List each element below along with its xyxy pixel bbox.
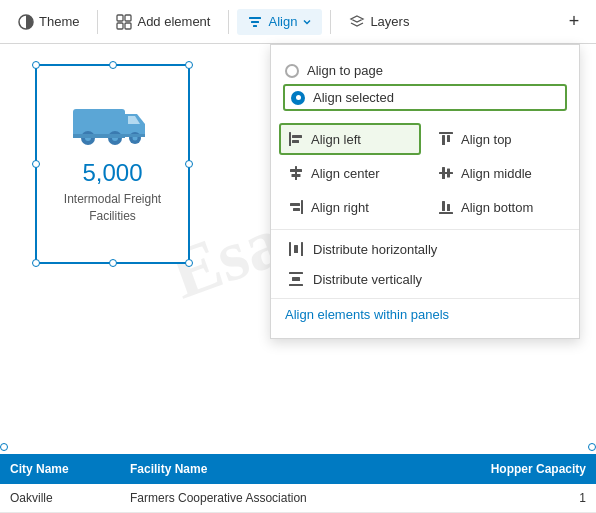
widget-card[interactable]: 5,000 Intermodal Freight Facilities — [35, 64, 190, 264]
layers-label: Layers — [370, 14, 409, 29]
svg-rect-29 — [289, 272, 303, 274]
table-header-row: City Name Facility Name Hopper Capacity — [0, 454, 596, 484]
align-within-panels-section: Align elements within panels — [271, 298, 579, 330]
svg-rect-6 — [251, 21, 259, 23]
align-mode-section: Align to page Align selected — [271, 53, 579, 117]
layers-button[interactable]: Layers — [339, 9, 419, 35]
svg-rect-27 — [301, 242, 303, 256]
align-left-icon — [287, 130, 305, 148]
add-element-button[interactable]: Add element — [106, 9, 220, 35]
distribute-horizontally-option[interactable]: Distribute horizontally — [285, 236, 565, 262]
table-cell: Farmers Cooperative Association — [120, 484, 420, 513]
svg-rect-24 — [442, 201, 445, 211]
distribute-vertically-label: Distribute vertically — [313, 272, 422, 287]
distribute-section: Distribute horizontally Distribute verti… — [271, 229, 579, 298]
svg-rect-4 — [125, 23, 131, 29]
svg-rect-23 — [439, 212, 453, 214]
align-bottom-icon — [437, 198, 455, 216]
svg-rect-17 — [439, 172, 453, 174]
handle-bottom-right[interactable] — [185, 259, 193, 267]
svg-rect-5 — [249, 17, 261, 19]
align-bottom-label: Align bottom — [461, 200, 533, 215]
table-cell: Oakville — [0, 484, 120, 513]
svg-rect-19 — [447, 169, 450, 178]
svg-rect-18 — [442, 167, 445, 179]
align-top-option[interactable]: Align top — [429, 123, 571, 155]
distribute-vertically-option[interactable]: Distribute vertically — [285, 266, 565, 292]
align-middle-option[interactable]: Align middle — [429, 157, 571, 189]
align-to-page-radio[interactable] — [285, 64, 299, 78]
svg-rect-8 — [289, 132, 291, 146]
svg-rect-13 — [447, 135, 450, 142]
align-left-option[interactable]: Align left — [279, 123, 421, 155]
align-middle-icon — [437, 164, 455, 182]
svg-rect-40 — [125, 134, 145, 137]
add-button[interactable]: + — [560, 8, 588, 36]
align-right-option[interactable]: Align right — [279, 191, 421, 223]
table-row: OakvilleFarmers Cooperative Association1 — [0, 484, 596, 513]
align-to-page-label: Align to page — [307, 63, 383, 78]
divider-1 — [97, 10, 98, 34]
handle-middle-left[interactable] — [32, 160, 40, 168]
align-center-option[interactable]: Align center — [279, 157, 421, 189]
add-icon: + — [569, 11, 580, 32]
handle-top-left[interactable] — [32, 61, 40, 69]
align-top-label: Align top — [461, 132, 512, 147]
align-bottom-option[interactable]: Align bottom — [429, 191, 571, 223]
align-top-icon — [437, 130, 455, 148]
svg-rect-15 — [290, 169, 302, 172]
align-center-icon — [287, 164, 305, 182]
svg-rect-39 — [73, 134, 125, 138]
add-element-label: Add element — [137, 14, 210, 29]
svg-rect-16 — [292, 174, 301, 177]
theme-button[interactable]: Theme — [8, 9, 89, 35]
align-icon — [247, 14, 263, 30]
theme-label: Theme — [39, 14, 79, 29]
toolbar: Theme Add element Align Layers — [0, 0, 596, 44]
widget-number: 5,000 — [37, 159, 188, 187]
align-label: Align — [268, 14, 297, 29]
align-selected-radio[interactable] — [291, 91, 305, 105]
table-handle-left[interactable] — [0, 443, 8, 451]
table-handle-right[interactable] — [588, 443, 596, 451]
handle-bottom-center[interactable] — [109, 259, 117, 267]
align-button[interactable]: Align — [237, 9, 322, 35]
svg-rect-2 — [125, 15, 131, 21]
handle-middle-right[interactable] — [185, 160, 193, 168]
widget-label: Intermodal Freight Facilities — [37, 191, 188, 225]
align-center-label: Align center — [311, 166, 380, 181]
align-selected-option[interactable]: Align selected — [283, 84, 567, 111]
svg-rect-1 — [117, 15, 123, 21]
svg-rect-25 — [447, 204, 450, 211]
align-dropdown: Align to page Align selected Align left … — [270, 44, 580, 339]
truck-icon-container — [37, 66, 188, 149]
svg-rect-11 — [439, 132, 453, 134]
align-middle-label: Align middle — [461, 166, 532, 181]
svg-rect-22 — [293, 208, 300, 211]
table-handle-row — [0, 440, 596, 454]
align-selected-label: Align selected — [313, 90, 394, 105]
svg-rect-30 — [289, 284, 303, 286]
align-to-page-option[interactable]: Align to page — [283, 59, 567, 82]
distribute-horizontally-label: Distribute horizontally — [313, 242, 437, 257]
svg-rect-28 — [294, 245, 298, 253]
align-right-icon — [287, 198, 305, 216]
divider-3 — [330, 10, 331, 34]
col-hopper-capacity: Hopper Capacity — [420, 454, 596, 484]
svg-rect-31 — [292, 277, 300, 281]
align-options-grid: Align left Align top Align center — [271, 117, 579, 229]
svg-rect-14 — [295, 166, 297, 180]
bottom-table: City Name Facility Name Hopper Capacity … — [0, 440, 596, 513]
svg-rect-9 — [292, 135, 302, 138]
handle-top-right[interactable] — [185, 61, 193, 69]
align-within-panels-link[interactable]: Align elements within panels — [285, 307, 449, 322]
table-cell: 1 — [420, 484, 596, 513]
distribute-vertically-icon — [287, 270, 305, 288]
distribute-horizontally-icon — [287, 240, 305, 258]
col-facility-name: Facility Name — [120, 454, 420, 484]
handle-top-center[interactable] — [109, 61, 117, 69]
theme-icon — [18, 14, 34, 30]
svg-rect-20 — [301, 200, 303, 214]
chevron-down-icon — [302, 17, 312, 27]
handle-bottom-left[interactable] — [32, 259, 40, 267]
